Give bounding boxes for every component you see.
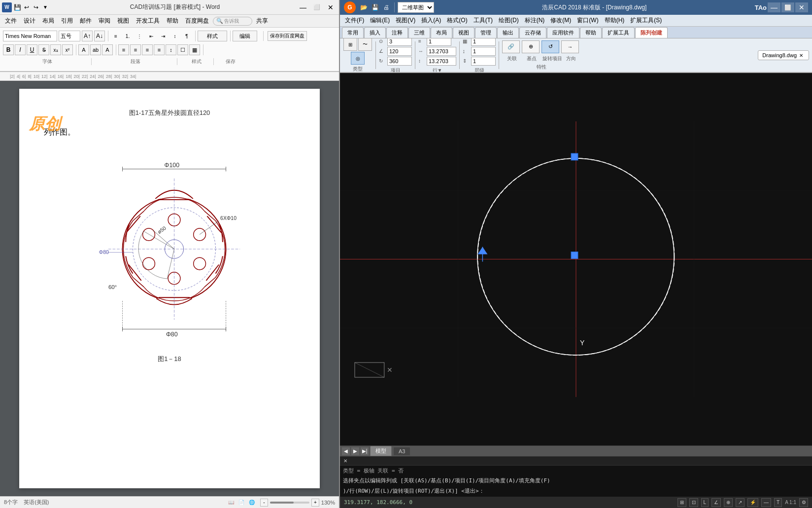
- level-count-input[interactable]: [471, 38, 496, 46]
- superscript-btn[interactable]: x²: [62, 44, 73, 55]
- osnap-btn[interactable]: ⊕: [724, 498, 733, 507]
- base-btn[interactable]: ⊕: [522, 40, 540, 53]
- row-dist-input[interactable]: [427, 47, 456, 56]
- linespace-btn[interactable]: ↕: [166, 44, 176, 55]
- drawing8-tab[interactable]: Drawing8.dwg ✕: [758, 50, 809, 60]
- menu-mail[interactable]: 邮件: [77, 16, 95, 26]
- nav-next-btn[interactable]: ▶: [351, 447, 359, 455]
- lw-btn[interactable]: —: [761, 498, 771, 507]
- polar-array-btn[interactable]: ◎: [351, 52, 365, 65]
- underline-btn[interactable]: U: [27, 44, 37, 55]
- cad-minimize-btn[interactable]: —: [768, 2, 780, 12]
- cmdline-toggle-btn[interactable]: ✕: [342, 458, 349, 465]
- tab-view[interactable]: 视图: [453, 27, 474, 38]
- share-btn[interactable]: 共享: [253, 16, 271, 26]
- tab-3d[interactable]: 三维: [408, 27, 430, 38]
- cad-close-btn[interactable]: ✕: [795, 2, 808, 12]
- align-left-btn[interactable]: ≡: [118, 44, 129, 55]
- angle1-input[interactable]: [387, 47, 412, 56]
- cad-menu-insert[interactable]: 插入(A): [418, 15, 444, 26]
- search-box[interactable]: 🔍 告诉我: [213, 17, 252, 26]
- strikethrough-btn[interactable]: S̶: [38, 44, 49, 55]
- grow-font-btn[interactable]: A↑: [82, 31, 93, 41]
- cmdline-input-line[interactable]: )/行(ROW)/层(L)/旋转项目(ROT)/退出(X)] <退出>：: [340, 485, 812, 496]
- highlight-btn[interactable]: ab: [90, 44, 101, 55]
- indent-increase-btn[interactable]: ⇥: [158, 31, 169, 41]
- justify-btn[interactable]: ≡: [154, 44, 165, 55]
- text-effect-btn[interactable]: A: [102, 44, 113, 55]
- tab-exttools[interactable]: 扩展工具: [602, 27, 635, 38]
- list-bullet-btn[interactable]: ≡: [110, 31, 121, 41]
- sort-btn[interactable]: ↕: [169, 31, 180, 41]
- tab-array[interactable]: 陈列创建: [635, 27, 668, 38]
- cad-menu-view[interactable]: 视图(V): [393, 15, 418, 26]
- cad-open-btn[interactable]: 📂: [359, 2, 369, 12]
- menu-file[interactable]: 文件: [2, 16, 20, 26]
- grid-btn[interactable]: ⊡: [689, 498, 698, 507]
- direction-btn[interactable]: →: [561, 40, 579, 53]
- zoom-out-btn[interactable]: -: [260, 499, 268, 507]
- row-count-input[interactable]: [427, 38, 451, 46]
- bold-btn[interactable]: B: [3, 44, 14, 55]
- polar-btn[interactable]: ∠: [711, 498, 721, 507]
- nav-end-btn[interactable]: ▶|: [361, 447, 369, 455]
- print-view-btn[interactable]: 📄: [237, 499, 246, 507]
- row-total-input[interactable]: [427, 57, 456, 66]
- close-btn[interactable]: ✕: [324, 2, 337, 12]
- read-view-btn[interactable]: 📖: [227, 499, 236, 507]
- tab-appsoft[interactable]: 应用软件: [547, 27, 579, 38]
- snap-btn[interactable]: ⊞: [677, 498, 686, 507]
- word-document-view[interactable]: 原创 图1-17五角星外接圆直径120 列作图。 Φ100: [0, 81, 339, 496]
- save-to-baidu-btn[interactable]: 保存到百度网盘: [268, 31, 307, 41]
- web-view-btn[interactable]: 🌐: [247, 499, 256, 507]
- zoom-in-btn[interactable]: +: [311, 499, 319, 507]
- tp-btn[interactable]: T: [774, 498, 782, 507]
- rect-array-btn[interactable]: ⊞: [343, 38, 357, 51]
- cad-menu-modify[interactable]: 修改(M): [547, 15, 574, 26]
- cad-menu-draw[interactable]: 绘图(D): [496, 15, 522, 26]
- tab-cloud[interactable]: 云存储: [519, 27, 546, 38]
- close-drawing-btn[interactable]: ✕: [798, 52, 805, 59]
- tab-manage[interactable]: 管理: [475, 27, 497, 38]
- otrack-btn[interactable]: ↗: [736, 498, 744, 507]
- menu-dev[interactable]: 开发工具: [133, 16, 163, 26]
- font-name-input[interactable]: [3, 31, 57, 41]
- cmdline-input[interactable]: [486, 488, 809, 494]
- cad-menu-ext[interactable]: 扩展工具(S): [627, 15, 665, 26]
- tab-output[interactable]: 输出: [497, 27, 519, 38]
- edit-btn[interactable]: 编辑: [233, 31, 257, 41]
- align-right-btn[interactable]: ≡: [142, 44, 153, 55]
- a3-tab[interactable]: A3: [393, 447, 410, 456]
- menu-references[interactable]: 引用: [58, 16, 76, 26]
- settings-btn[interactable]: ⚙: [799, 498, 808, 507]
- ortho-btn[interactable]: L: [701, 498, 709, 507]
- quick-save-icon[interactable]: 💾: [13, 3, 21, 11]
- rotate-btn[interactable]: ↺: [541, 40, 559, 53]
- cad-menu-tools[interactable]: 工具(T): [471, 15, 496, 26]
- menu-layout[interactable]: 布局: [39, 16, 57, 26]
- cad-menu-window[interactable]: 窗口(W): [574, 15, 601, 26]
- list-multi-btn[interactable]: ⋮: [134, 31, 145, 41]
- cad-viewport[interactable]: Y ✕: [340, 73, 812, 445]
- model-tab[interactable]: 模型: [370, 446, 392, 456]
- subscript-btn[interactable]: x₂: [50, 44, 61, 55]
- cad-save-btn[interactable]: 💾: [370, 2, 380, 12]
- nav-prev-btn[interactable]: ◀: [342, 447, 350, 455]
- indent-decrease-btn[interactable]: ⇤: [146, 31, 157, 41]
- level-dist-input[interactable]: [471, 47, 496, 56]
- customize-icon[interactable]: ▼: [41, 3, 49, 11]
- angle2-input[interactable]: [387, 57, 412, 66]
- dyn-btn[interactable]: ⚡: [747, 498, 758, 507]
- font-color-btn[interactable]: A: [78, 44, 89, 55]
- tab-help[interactable]: 帮助: [580, 27, 602, 38]
- cad-menu-edit[interactable]: 编辑(E): [367, 15, 393, 26]
- italic-btn[interactable]: I: [15, 44, 26, 55]
- item-count-input[interactable]: [387, 38, 412, 46]
- border-btn[interactable]: ▦: [189, 44, 200, 55]
- menu-view[interactable]: 视图: [114, 16, 132, 26]
- show-marks-btn[interactable]: ¶: [181, 31, 192, 41]
- assoc-btn[interactable]: 🔗: [502, 40, 520, 53]
- menu-review[interactable]: 审阅: [96, 16, 113, 26]
- menu-baidu[interactable]: 百度网盘: [182, 16, 212, 26]
- view-mode-select[interactable]: 二维草图: [398, 2, 434, 13]
